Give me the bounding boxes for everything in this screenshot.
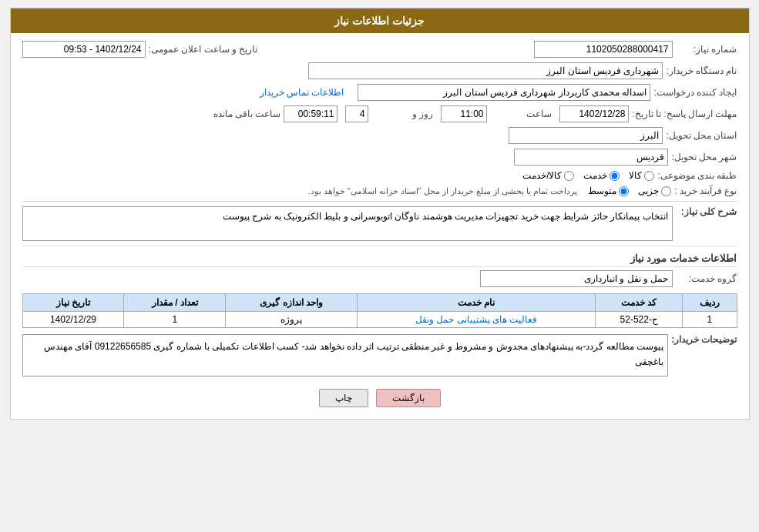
row-service-group: گروه خدمت: حمل و نقل و انبارداری [22,270,737,287]
category-both-label: کالا/خدمت [522,170,562,181]
announce-date-label: تاریخ و ساعت اعلان عمومی: [149,44,258,55]
process-jozi[interactable]: جزیی [638,186,671,196]
buyer-notes-box: پیوست مطالعه گردد-به پیشنهادهای مجدوش و … [22,334,669,376]
main-container: جزئیات اطلاعات نیاز شماره نیاز: 11020502… [10,8,750,420]
buyer-org-input[interactable]: شهرداری فردیس استان البرز [308,62,663,79]
cell-count: 1 [124,312,226,328]
announce-date-input[interactable]: 1402/12/24 - 09:53 [22,41,146,58]
cell-row-number: 1 [683,312,737,328]
city-input[interactable]: فردیس [514,149,668,166]
col-count: تعداد / مقدار [124,294,226,312]
contact-link[interactable]: اطلاعات تماس خریدار [260,87,344,98]
category-radio-group: کالا خدمت کالا/خدمت [522,170,654,181]
buyer-org-label: نام دستگاه خریدار: [666,65,737,76]
response-time-input[interactable]: 11:00 [441,105,487,122]
row-need-description: شرح کلی نیاز: انتخاب پیمانکار حائز شرایط… [22,206,737,241]
col-service-code: کد خدمت [596,294,683,312]
category-khedmat-label: خدمت [583,170,607,181]
need-description-text: انتخاب پیمانکار حائز شرایط جهت خرید تجهی… [223,211,667,222]
row-province: استان محل تحویل: البرز [22,127,737,144]
page-title: جزئیات اطلاعات نیاز [334,15,425,27]
page-header: جزئیات اطلاعات نیاز [11,8,749,33]
process-motavasset-label: متوسط [588,186,616,196]
service-group-label: گروه خدمت: [676,273,737,284]
print-button[interactable]: چاپ [319,389,368,407]
service-group-input[interactable]: حمل و نقل و انبارداری [480,270,673,287]
response-time-label: ساعت [490,109,552,119]
process-type-radio-group: جزیی متوسط [588,186,671,196]
row-response-deadline: مهلت ارسال پاسخ: تا تاریخ: 1402/12/28 سا… [22,105,737,122]
process-motavasset[interactable]: متوسط [588,186,629,196]
form-content: شماره نیاز: 1102050288000417 تاریخ و ساع… [11,33,749,419]
row-buyer-notes: توضیحات خریدار: پیوست مطالعه گردد-به پیش… [22,334,737,376]
category-option-both[interactable]: کالا/خدمت [522,170,574,181]
remaining-time-label: ساعت باقی مانده [213,109,281,119]
need-description-label: شرح کلی نیاز: [676,206,737,217]
col-unit: واحد اندازه گیری [226,294,358,312]
requester-input[interactable]: اسداله محمدی کاربرداز شهرداری فردیس استا… [358,84,650,101]
cell-date: 1402/12/29 [22,312,124,328]
requester-label: ایجاد کننده درخواست: [653,87,737,98]
row-buyer-org: نام دستگاه خریدار: شهرداری فردیس استان ا… [22,62,737,79]
city-label: شهر محل تحویل: [671,152,737,162]
buyer-notes-text: پیوست مطالعه گردد-به پیشنهادهای مجدوش و … [44,341,663,367]
process-jozi-label: جزیی [638,186,659,196]
buyer-notes-label: توضیحات خریدار: [671,334,737,345]
back-button[interactable]: بازگشت [376,389,441,407]
remaining-time-input[interactable]: 00:59:11 [284,105,338,122]
row-category: طبقه بندی موضوعی: کالا خدمت کالا/خدمت [22,170,737,181]
category-kala-label: کالا [629,170,642,181]
category-option-kala[interactable]: کالا [629,170,654,181]
col-service-name: نام خدمت [358,294,596,312]
button-row: بازگشت چاپ [22,381,737,411]
cell-service-code: ح-522-52 [596,312,683,328]
row-need-number: شماره نیاز: 1102050288000417 تاریخ و ساع… [22,41,737,58]
process-note: پرداخت تمام یا بخشی از مبلغ خریدار از مح… [308,186,578,196]
row-city: شهر محل تحویل: فردیس [22,149,737,166]
services-table-section: ردیف کد خدمت نام خدمت واحد اندازه گیری ت… [22,293,737,328]
row-requester: ایجاد کننده درخواست: اسداله محمدی کاربرد… [22,84,737,101]
table-row: 1 ح-522-52 فعالیت های پشتیبانی حمل ونقل … [22,312,737,328]
need-number-input[interactable]: 1102050288000417 [534,41,673,58]
col-date: تاریخ نیاز [22,294,124,312]
process-type-label: نوع فرآیند خرید : [674,186,737,196]
col-row-number: ردیف [683,294,737,312]
need-number-label: شماره نیاز: [676,44,737,55]
category-option-khedmat[interactable]: خدمت [583,170,620,181]
category-label: طبقه بندی موضوعی: [657,170,737,181]
cell-service-name[interactable]: فعالیت های پشتیبانی حمل ونقل [358,312,596,328]
province-label: استان محل تحویل: [666,130,737,141]
need-description-box: انتخاب پیمانکار حائز شرایط جهت خرید تجهی… [22,206,673,241]
services-table: ردیف کد خدمت نام خدمت واحد اندازه گیری ت… [22,293,737,328]
response-date-input[interactable]: 1402/12/28 [559,105,629,122]
province-input[interactable]: البرز [509,127,663,144]
cell-unit: پروژه [226,312,358,328]
response-deadline-label: مهلت ارسال پاسخ: تا تاریخ: [632,109,737,119]
response-days-label: روز و [371,109,433,119]
service-info-title: اطلاعات خدمات مورد نیاز [22,253,737,267]
table-header-row: ردیف کد خدمت نام خدمت واحد اندازه گیری ت… [22,294,737,312]
response-days-input[interactable]: 4 [345,105,368,122]
row-process-type: نوع فرآیند خرید : جزیی متوسط پرداخت تمام… [22,186,737,196]
